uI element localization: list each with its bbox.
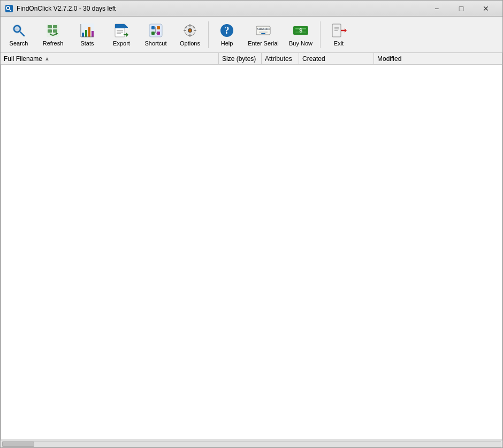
svg-rect-54: [295, 32, 306, 33]
app-icon: [5, 4, 13, 13]
svg-rect-38: [184, 30, 186, 31]
svg-rect-16: [82, 33, 84, 37]
help-label: Help: [221, 40, 233, 47]
svg-rect-10: [48, 25, 52, 28]
svg-rect-33: [157, 32, 160, 35]
export-button[interactable]: Export: [104, 19, 139, 51]
svg-rect-6: [15, 27, 17, 27]
toolbar-separator-1: [208, 21, 209, 48]
shortcut-button[interactable]: Shortcut: [139, 19, 173, 51]
stats-icon: [79, 22, 96, 39]
maximize-button[interactable]: □: [449, 1, 474, 17]
svg-rect-39: [194, 30, 196, 31]
svg-rect-31: [157, 26, 160, 29]
svg-rect-8: [15, 29, 18, 29]
svg-text:A1B2C3D4: A1B2C3D4: [257, 27, 270, 30]
export-icon: [113, 22, 130, 39]
results-area[interactable]: [1, 65, 502, 440]
svg-rect-7: [15, 28, 18, 28]
svg-rect-11: [48, 29, 52, 33]
col-header-attributes[interactable]: Attributes: [262, 53, 299, 64]
search-label: Search: [10, 40, 28, 47]
horizontal-scrollbar-area: [1, 440, 502, 447]
shortcut-icon: [147, 22, 164, 39]
svg-rect-37: [189, 34, 190, 37]
svg-rect-32: [151, 32, 155, 35]
scrollbar-thumb[interactable]: [2, 442, 34, 447]
svg-rect-30: [151, 26, 155, 29]
export-label: Export: [113, 40, 130, 47]
help-button[interactable]: ? Help: [210, 19, 244, 51]
svg-point-42: [189, 29, 192, 32]
column-headers: Full Filename ▲ Size (bytes) Attributes …: [1, 53, 502, 65]
enter-serial-label: Enter Serial: [248, 40, 278, 47]
svg-rect-23: [115, 24, 125, 28]
exit-label: Exit: [334, 40, 344, 47]
svg-rect-18: [88, 27, 90, 37]
buy-now-label: Buy Now: [289, 40, 313, 47]
title-bar-controls: − □ ✕: [424, 1, 498, 17]
exit-icon: [330, 22, 347, 39]
col-header-size[interactable]: Size (bytes): [219, 53, 262, 64]
options-button[interactable]: Options: [173, 19, 207, 51]
refresh-label: Refresh: [43, 40, 64, 47]
svg-rect-12: [53, 25, 57, 28]
svg-text:?: ?: [225, 25, 230, 36]
svg-rect-52: [295, 28, 300, 29]
enter-serial-button[interactable]: A1B2C3D4 Enter Serial: [244, 19, 283, 51]
close-button[interactable]: ✕: [474, 1, 498, 17]
buy-now-button[interactable]: $ Buy Now: [283, 19, 319, 51]
minimize-button[interactable]: −: [424, 1, 449, 17]
options-icon: [181, 22, 199, 39]
svg-line-5: [20, 32, 24, 36]
horizontal-scrollbar[interactable]: [2, 441, 501, 447]
svg-rect-19: [92, 31, 94, 37]
buy-now-icon: $: [292, 22, 309, 39]
title-bar-text: FindOnClick V2.7.2.0 - 30 days left: [17, 5, 424, 12]
svg-marker-57: [345, 28, 347, 33]
svg-rect-49: [261, 33, 265, 34]
refresh-icon: [44, 22, 62, 39]
search-icon: [10, 22, 27, 39]
exit-button[interactable]: Exit: [322, 19, 356, 51]
title-bar: FindOnClick V2.7.2.0 - 30 days left − □ …: [1, 1, 502, 17]
search-button[interactable]: Search: [2, 19, 36, 51]
svg-rect-24: [125, 27, 128, 28]
svg-rect-13: [53, 29, 57, 33]
refresh-button[interactable]: Refresh: [36, 19, 70, 51]
col-header-filename[interactable]: Full Filename ▲: [1, 53, 219, 64]
stats-button[interactable]: Stats: [70, 19, 104, 51]
col-header-modified[interactable]: Modified: [374, 53, 502, 64]
enter-serial-icon: A1B2C3D4: [255, 22, 272, 39]
svg-rect-36: [189, 24, 190, 27]
main-window: FindOnClick V2.7.2.0 - 30 days left − □ …: [0, 0, 503, 448]
options-label: Options: [180, 40, 200, 47]
toolbar-separator-2: [320, 21, 321, 48]
col-header-created[interactable]: Created: [299, 53, 374, 64]
help-icon: ?: [218, 22, 235, 39]
svg-rect-17: [85, 30, 87, 37]
toolbar: Search Refresh: [1, 17, 502, 53]
svg-rect-53: [302, 28, 306, 29]
sort-arrow-up: ▲: [44, 56, 50, 61]
stats-label: Stats: [80, 40, 94, 47]
shortcut-label: Shortcut: [145, 40, 167, 47]
